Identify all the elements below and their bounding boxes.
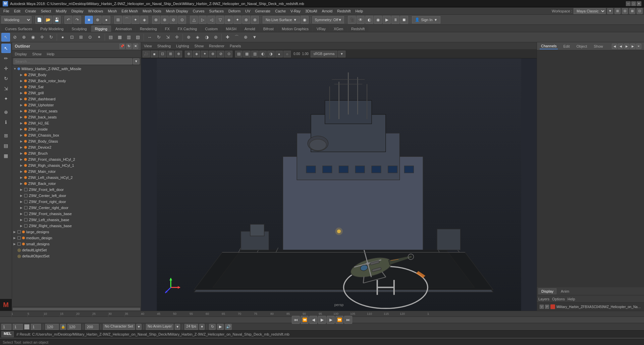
minimize-button[interactable]: ─ bbox=[626, 1, 631, 6]
anim-prefs-btn[interactable]: ↻ bbox=[209, 324, 216, 330]
vp-menu-panels[interactable]: Panels bbox=[228, 43, 243, 49]
snap-view-btn[interactable]: ⊕ bbox=[184, 33, 193, 42]
workspace-extra-btn3[interactable]: ⊠ bbox=[629, 8, 635, 14]
workspace-dropdown[interactable]: Maya Classic bbox=[574, 8, 606, 14]
tab-bifrost[interactable]: Bifrost bbox=[260, 26, 277, 32]
tab-rigging[interactable]: Rigging bbox=[91, 26, 111, 32]
tree-item-21[interactable]: ▶ Z9W_Center_left_door bbox=[12, 193, 141, 199]
component-face-btn[interactable]: ⊞ bbox=[76, 33, 85, 42]
show-manip-btn[interactable]: ⊛ bbox=[211, 33, 220, 42]
ch-tab-edit[interactable]: Edit bbox=[562, 44, 571, 49]
tree-item-5[interactable]: ▶ Z9W_dashboard bbox=[12, 96, 141, 102]
camera4-btn[interactable]: ◉ bbox=[374, 16, 382, 24]
disp-tab-anim[interactable]: Anim bbox=[558, 288, 572, 294]
close-button[interactable]: ✕ bbox=[637, 1, 641, 6]
tree-item-objset[interactable]: ▶ ◎ defaultObjectSet bbox=[12, 253, 141, 259]
component-uv-btn[interactable]: ⊙ bbox=[86, 33, 94, 42]
prev-frame-btn[interactable]: ◀ bbox=[309, 316, 317, 324]
outliner-pin-btn[interactable]: 📌 bbox=[119, 44, 125, 49]
snap-curve-btn[interactable]: ⌒ bbox=[123, 16, 131, 24]
vp-four-view-btn[interactable]: ⊞ bbox=[167, 51, 174, 57]
sign-in-button[interactable]: 👤 Sign In ▼ bbox=[412, 16, 440, 23]
layers-btn[interactable]: Layers bbox=[538, 297, 549, 301]
tree-item-24[interactable]: ▶ Z9W_Front_chassis_base bbox=[12, 211, 141, 217]
paint-select-btn[interactable]: ⊕ bbox=[19, 33, 28, 42]
tree-item-8[interactable]: ▶ Z9W_back_seats bbox=[12, 114, 141, 120]
camera1-btn[interactable]: 🎥 bbox=[348, 16, 356, 24]
mel-button[interactable]: MEL bbox=[1, 331, 14, 337]
universal-tool-left-btn[interactable]: ✦ bbox=[1, 94, 11, 103]
tree-item-medium[interactable]: ▶ medium_design bbox=[12, 235, 141, 241]
paint-tool-left-btn[interactable]: ✏ bbox=[1, 54, 11, 63]
vp-gamma-arrow-btn[interactable]: ▼ bbox=[338, 51, 345, 57]
vp-select-btn[interactable]: ■ bbox=[151, 51, 158, 57]
tab-rendering[interactable]: Rendering bbox=[136, 26, 161, 32]
menu-help[interactable]: Help bbox=[354, 8, 365, 14]
workspace-extra-btn4[interactable]: ⊡ bbox=[637, 8, 643, 14]
tree-item-9[interactable]: ▶ Z9W_HJ_6E bbox=[12, 120, 141, 126]
tree-item-small[interactable]: ▶ small_designs bbox=[12, 241, 141, 247]
tree-item-17[interactable]: ▶ Z9W_Main_rotor bbox=[12, 168, 141, 175]
tab-poly-modeling[interactable]: Poly Modeling bbox=[37, 26, 67, 32]
arrow-down-icon[interactable]: ▼ bbox=[250, 33, 259, 42]
vp-menu-lighting[interactable]: Lighting bbox=[175, 43, 191, 49]
vp-menu-show[interactable]: Show bbox=[193, 43, 205, 49]
menu-mesh-display[interactable]: Mesh Display bbox=[164, 8, 190, 14]
redo-btn[interactable]: ↷ bbox=[73, 16, 81, 24]
workspace-extra-btn2[interactable]: ⊟ bbox=[622, 8, 628, 14]
range-end2-input[interactable] bbox=[85, 324, 99, 330]
camera6-btn[interactable]: ⏸ bbox=[391, 16, 399, 24]
menu-uv[interactable]: UV bbox=[243, 8, 252, 14]
hscroll-track[interactable] bbox=[13, 308, 140, 310]
vp-display4-btn[interactable]: ◐ bbox=[259, 51, 267, 57]
layer-v-btn[interactable]: V bbox=[540, 305, 544, 309]
select-tool-btn[interactable]: ↖ bbox=[1, 33, 10, 42]
tree-item-11[interactable]: ▶ Z9W_Chassis_box bbox=[12, 132, 141, 138]
shelf-tool-left-btn[interactable]: ▤ bbox=[1, 141, 11, 150]
menu-select[interactable]: Select bbox=[39, 8, 53, 14]
tab-sculpting[interactable]: Sculpting bbox=[68, 26, 90, 32]
tree-item-16[interactable]: ▶ Z9W_Righ_chassis_HCyl_1 bbox=[12, 162, 141, 168]
info-tool-left-btn[interactable]: ℹ bbox=[1, 117, 11, 127]
select-tool-left-btn[interactable]: ↖ bbox=[1, 44, 11, 53]
viewport-canvas[interactable]: persp bbox=[141, 58, 537, 311]
tree-item-14[interactable]: ▶ Z9W_Bruch bbox=[12, 150, 141, 156]
menu-cache[interactable]: Cache bbox=[273, 8, 288, 14]
menu-file[interactable]: File bbox=[1, 8, 11, 14]
ch-tab-object[interactable]: Object bbox=[575, 44, 588, 49]
outliner-hscroll[interactable] bbox=[12, 307, 141, 311]
move-btn[interactable]: ↔ bbox=[145, 33, 154, 42]
curve-tool-btn[interactable]: ⌒ bbox=[232, 33, 241, 42]
live-surface-toggle[interactable]: ◉ bbox=[301, 16, 309, 24]
no-live-surface-dropdown[interactable]: No Live Surface ▼ bbox=[263, 16, 300, 23]
paint-mode-btn[interactable]: ● bbox=[102, 16, 110, 24]
vp-snap2-btn[interactable]: ◈ bbox=[193, 51, 200, 57]
tab-xgen[interactable]: XGen bbox=[330, 26, 347, 32]
frame-num-input[interactable] bbox=[31, 324, 41, 330]
outliner-refresh-btn[interactable]: ↻ bbox=[126, 44, 131, 49]
vp-display1-btn[interactable]: ▤ bbox=[235, 51, 243, 57]
options-btn[interactable]: Options bbox=[552, 297, 565, 301]
soft-mod-btn[interactable]: ◈ bbox=[193, 33, 202, 42]
menu-surfaces[interactable]: Surfaces bbox=[207, 8, 226, 14]
menu-windows[interactable]: Windows bbox=[86, 8, 105, 14]
lasso-tool-btn[interactable]: ⊘ bbox=[10, 33, 19, 42]
tree-item-1[interactable]: ▶ Z9W_Body bbox=[12, 72, 141, 78]
scale-btn[interactable]: ⇲ bbox=[163, 33, 172, 42]
rotate-btn[interactable]: ↻ bbox=[154, 33, 163, 42]
channels-btn3[interactable]: ▶ bbox=[624, 44, 629, 49]
tab-arnold[interactable]: Arnold bbox=[241, 26, 259, 32]
transform3-btn[interactable]: ⊘ bbox=[169, 16, 177, 24]
frame-color-swatch[interactable] bbox=[24, 324, 30, 330]
range-lock-btn[interactable]: 🔒 bbox=[60, 324, 66, 330]
tab-mash[interactable]: MASH bbox=[222, 26, 240, 32]
snap-grid-btn[interactable]: ⊞ bbox=[114, 16, 122, 24]
tree-item-22[interactable]: ▶ Z9W_Front_right_door bbox=[12, 199, 141, 205]
symmetry-dropdown[interactable]: Symmetry: Off ▼ bbox=[312, 16, 344, 23]
tab-curves-surfaces[interactable]: Curves Surfaces bbox=[1, 26, 36, 32]
vp-snap1-btn[interactable]: ⊕ bbox=[185, 51, 192, 57]
outliner-tab-show[interactable]: Show bbox=[31, 51, 43, 57]
tree-item-root[interactable]: ▼ Military_Harbin_Z-9WZ_with_Missile bbox=[12, 66, 141, 72]
transform2-btn[interactable]: ⊗ bbox=[161, 16, 169, 24]
tree-item-13[interactable]: ▶ Z9W_Device2 bbox=[12, 144, 141, 150]
